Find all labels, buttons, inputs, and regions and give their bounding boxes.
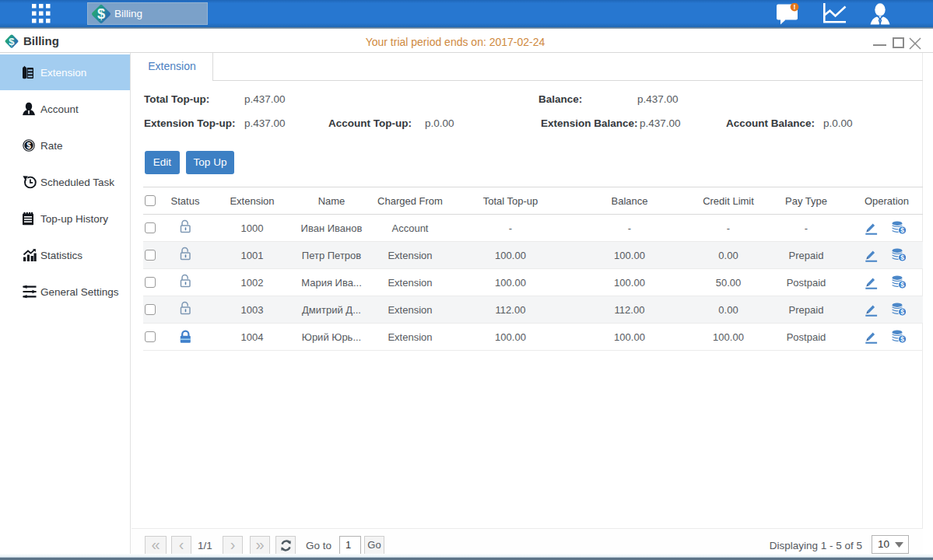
svg-text:$: $ (900, 254, 904, 261)
svg-text:!: ! (794, 3, 796, 11)
svg-text:$: $ (900, 281, 904, 289)
svg-text:$: $ (26, 142, 31, 150)
svg-text:$: $ (97, 5, 105, 22)
svg-text:$: $ (900, 226, 904, 234)
svg-text:$: $ (900, 308, 904, 316)
svg-text:$: $ (900, 335, 904, 343)
